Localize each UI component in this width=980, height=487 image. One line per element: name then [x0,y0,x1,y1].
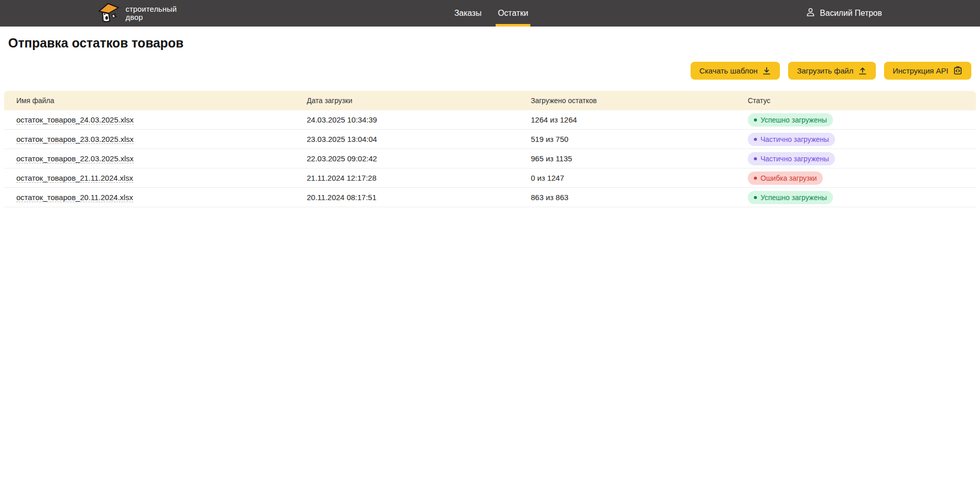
loaded-count-cell: 519 из 750 [531,135,748,143]
column-header-status: Статус [748,96,976,105]
tab-stock[interactable]: Остатки [496,0,530,27]
api-instruction-button[interactable]: Инструкция API [884,62,971,80]
status-badge: Частично загружены [748,152,835,165]
uploads-table: Имя файла Дата загрузки Загружено остатк… [4,91,976,207]
loaded-count-cell: 0 из 1247 [531,174,748,182]
loaded-count-cell: 1264 из 1264 [531,115,748,124]
main-nav: Заказы Остатки [452,0,530,27]
user-name: Василий Петров [820,9,882,18]
table-row: остаток_товаров_22.03.2025.xlsx 22.03.20… [4,149,976,168]
status-dot-icon [754,196,757,199]
page-title: Отправка остатков товаров [8,36,972,51]
file-link[interactable]: остаток_товаров_22.03.2025.xlsx [16,154,134,163]
api-code-icon [953,66,963,76]
status-badge: Частично загружены [748,133,835,146]
brand-logo[interactable]: строительный двор [98,0,177,27]
brand-name: строительный двор [126,5,177,21]
table-row: остаток_товаров_23.03.2025.xlsx 23.03.20… [4,130,976,149]
status-dot-icon [754,157,757,160]
loaded-count-cell: 863 из 863 [531,193,748,202]
download-icon [762,66,771,76]
status-badge: Успешно загружены [748,191,833,204]
upload-date-cell: 21.11.2024 12:17:28 [307,174,531,182]
table-body: остаток_товаров_24.03.2025.xlsx 24.03.20… [4,110,976,207]
status-dot-icon [754,138,757,141]
file-link[interactable]: остаток_товаров_20.11.2024.xlsx [16,193,133,202]
status-dot-icon [754,177,757,180]
column-header-filename: Имя файла [16,96,307,105]
tab-orders[interactable]: Заказы [452,0,483,27]
main-content: Отправка остатков товаров Скачать шаблон… [0,27,980,207]
user-menu[interactable]: Василий Петров [805,0,882,27]
top-header: строительный двор Заказы Остатки Василий… [0,0,980,27]
upload-icon [858,66,867,76]
table-row: остаток_товаров_21.11.2024.xlsx 21.11.20… [4,168,976,188]
upload-date-cell: 24.03.2025 10:34:39 [307,115,531,124]
loaded-count-cell: 965 из 1135 [531,154,748,163]
upload-file-button[interactable]: Загрузить файл [788,62,875,80]
status-badge: Успешно загружены [748,113,833,127]
file-link[interactable]: остаток_товаров_23.03.2025.xlsx [16,135,134,144]
file-link[interactable]: остаток_товаров_24.03.2025.xlsx [16,115,134,125]
status-dot-icon [754,118,757,121]
upload-date-cell: 23.03.2025 13:04:04 [307,135,531,143]
upload-date-cell: 22.03.2025 09:02:42 [307,154,531,163]
column-header-loaded-count: Загружено остатков [531,96,748,105]
table-header-row: Имя файла Дата загрузки Загружено остатк… [4,91,976,110]
table-row: остаток_товаров_20.11.2024.xlsx 20.11.20… [4,188,976,207]
file-link[interactable]: остаток_товаров_21.11.2024.xlsx [16,174,133,183]
download-template-button[interactable]: Скачать шаблон [691,62,780,80]
person-icon [805,7,816,19]
table-row: остаток_товаров_24.03.2025.xlsx 24.03.20… [4,110,976,130]
upload-date-cell: 20.11.2024 08:17:51 [307,193,531,202]
column-header-upload-date: Дата загрузки [307,96,531,105]
house-bird-logo-icon [98,2,120,25]
status-badge: Ошибка загрузки [748,172,823,185]
toolbar: Скачать шаблон Загрузить файл Инструкция… [8,62,971,80]
